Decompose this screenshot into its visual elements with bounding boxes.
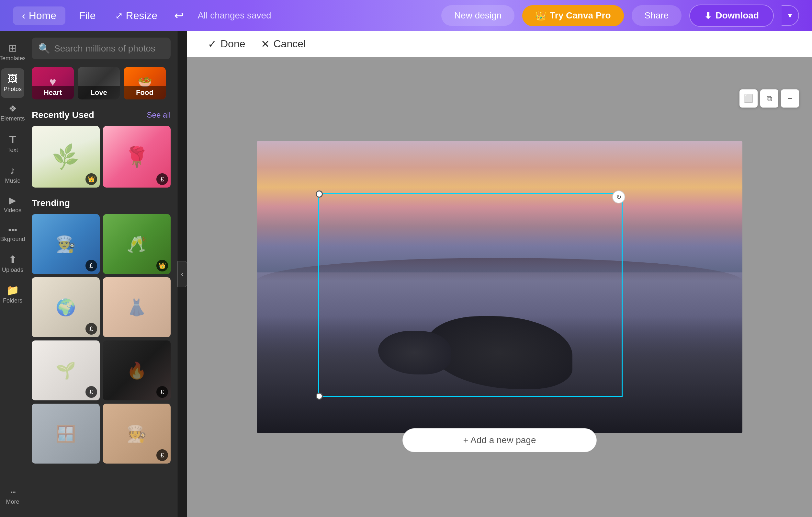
sidebar-item-elements[interactable]: ❖ Elements: [1, 99, 24, 127]
resize-button[interactable]: ⤢ Resize: [110, 6, 164, 25]
resize-icon: ⤢: [115, 10, 123, 21]
background-icon: ▪▪▪: [8, 225, 17, 234]
add-new-page-button[interactable]: + Add a new page: [402, 428, 597, 452]
crown-badge-1: 👑: [85, 173, 97, 185]
trending-photo-6[interactable]: 🔥 £: [103, 341, 171, 400]
trending-photo-7[interactable]: 🪟: [32, 404, 100, 464]
trending-photo-4[interactable]: 👗: [103, 277, 171, 337]
new-design-button[interactable]: New design: [441, 5, 515, 26]
sidebar-item-videos[interactable]: ▶ Videos: [1, 191, 24, 219]
add-page-label: + Add a new page: [463, 435, 536, 445]
trending-photo-2[interactable]: 🥂 👑: [103, 214, 171, 274]
done-button[interactable]: ✓ Done: [200, 33, 253, 55]
duplicate-frame-button[interactable]: ⬜: [740, 89, 758, 108]
sidebar-item-templates[interactable]: ⊞ Templates: [1, 37, 24, 67]
trending-photo-3[interactable]: 🌍 £: [32, 277, 100, 337]
download-dropdown-button[interactable]: ▾: [782, 5, 799, 26]
pound-badge-t6: £: [156, 386, 168, 398]
file-button[interactable]: File: [73, 6, 102, 25]
add-button[interactable]: +: [781, 89, 799, 108]
videos-icon: ▶: [9, 196, 16, 205]
sidebar-item-music[interactable]: ♪ Music: [1, 160, 24, 190]
sidebar-item-background[interactable]: ▪▪▪ Bkground: [1, 220, 24, 248]
hide-panel-button[interactable]: ‹: [177, 261, 187, 287]
videos-label: Videos: [4, 207, 22, 214]
recently-used-photo-1[interactable]: 🌿 👑: [32, 126, 100, 188]
more-icon: ···: [10, 486, 15, 497]
pound-badge-t1: £: [85, 260, 97, 271]
recently-used-title: Recently Used: [32, 110, 94, 120]
photos-panel: 🔍 ♥ Heart Love 🥗 Food ›: [25, 31, 177, 517]
templates-icon: ⊞: [8, 43, 17, 53]
share-label: Share: [645, 10, 669, 20]
photos-label: Photos: [4, 86, 22, 93]
undo-button[interactable]: ↩: [171, 5, 187, 26]
action-bar: ✓ Done ✕ Cancel: [187, 31, 812, 57]
sidebar-item-photos[interactable]: 🖼 Photos: [1, 69, 24, 98]
canvas-photo[interactable]: ↻: [257, 141, 743, 433]
see-all-button[interactable]: See all: [147, 110, 171, 119]
canvas-toolbar: ⬜ ⧉ +: [740, 89, 799, 108]
top-nav: ‹ Home File ⤢ Resize ↩ All changes saved…: [0, 0, 812, 31]
home-label: Home: [29, 10, 56, 22]
category-row: ♥ Heart Love 🥗 Food ›: [32, 67, 171, 101]
crown-badge-t2: 👑: [156, 260, 168, 271]
sidebar-item-more[interactable]: ··· More: [1, 481, 24, 511]
sidebar-item-uploads[interactable]: ⬆ Uploads: [1, 249, 24, 279]
cancel-label: Cancel: [273, 38, 306, 50]
category-food[interactable]: 🥗 Food: [124, 67, 166, 100]
chevron-left-icon: ‹: [22, 10, 26, 22]
text-icon: T: [9, 134, 16, 145]
trending-title: Trending: [32, 198, 70, 208]
done-label: Done: [221, 38, 245, 50]
trending-header: Trending: [32, 198, 171, 208]
category-heart[interactable]: ♥ Heart: [32, 67, 74, 100]
main-layout: ⊞ Templates 🖼 Photos ❖ Elements T Text ♪…: [0, 31, 812, 517]
canvas-area: ✓ Done ✕ Cancel ⬜ ⧉ +: [187, 31, 812, 517]
canvas-image-container: ↻ + Add a new page: [257, 141, 743, 433]
checkmark-icon: ✓: [208, 38, 216, 50]
category-heart-label: Heart: [32, 86, 74, 100]
music-icon: ♪: [10, 165, 15, 175]
canvas-viewport: ⬜ ⧉ +: [187, 57, 812, 517]
try-pro-label: Try Canva Pro: [550, 10, 611, 21]
crown-icon: 👑: [535, 10, 547, 21]
sidebar-item-text[interactable]: T Text: [1, 129, 24, 159]
sidebar-item-folders[interactable]: 📁 Folders: [1, 280, 24, 309]
chevron-down-icon: ▾: [788, 11, 792, 20]
background-label: Bkground: [0, 236, 25, 243]
more-label: More: [6, 498, 19, 505]
plus-icon: +: [788, 94, 792, 103]
frame-icon: ⬜: [744, 94, 753, 103]
folders-label: Folders: [3, 297, 22, 304]
copy-icon: ⧉: [767, 94, 772, 103]
copy-button[interactable]: ⧉: [760, 89, 778, 108]
recently-used-photo-2[interactable]: 🌹 £: [103, 126, 171, 188]
file-label: File: [79, 10, 96, 22]
pound-badge-2: £: [156, 173, 168, 185]
saved-status: All changes saved: [198, 10, 271, 21]
resize-label: Resize: [126, 10, 158, 22]
category-love[interactable]: Love: [78, 67, 120, 100]
pound-badge-t8: £: [156, 449, 168, 461]
pound-badge-t5: £: [85, 386, 97, 398]
recently-used-grid: 🌿 👑 🌹 £: [32, 126, 171, 188]
folders-icon: 📁: [6, 285, 19, 295]
trending-photo-8[interactable]: 🧑‍🍳 £: [103, 404, 171, 464]
category-love-label: Love: [78, 86, 120, 100]
cancel-button[interactable]: ✕ Cancel: [253, 33, 314, 55]
photos-icon: 🖼: [7, 74, 18, 84]
download-button[interactable]: ⬇ Download: [689, 4, 774, 27]
trending-photo-5[interactable]: 🌱 £: [32, 341, 100, 400]
elements-icon: ❖: [9, 104, 17, 113]
search-input[interactable]: [54, 44, 170, 54]
home-button[interactable]: ‹ Home: [13, 6, 65, 25]
download-icon: ⬇: [704, 10, 712, 21]
text-label: Text: [7, 147, 18, 154]
try-pro-button[interactable]: 👑 Try Canva Pro: [522, 5, 624, 26]
trending-photo-1[interactable]: 👨‍🍳 £: [32, 214, 100, 274]
uploads-icon: ⬆: [8, 254, 17, 265]
pound-badge-t3: £: [85, 323, 97, 335]
category-next-button[interactable]: ›: [170, 76, 171, 91]
share-button[interactable]: Share: [632, 5, 682, 26]
